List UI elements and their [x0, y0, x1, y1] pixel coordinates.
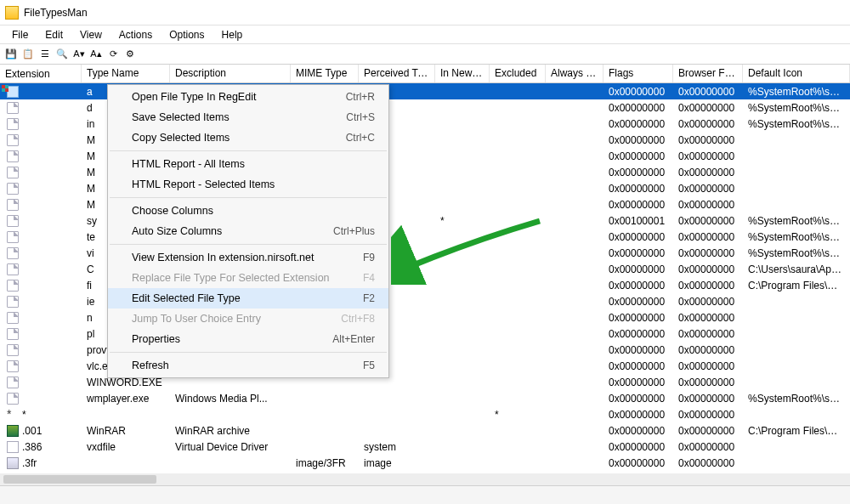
cell-flags: 0x00000000 — [604, 393, 673, 405]
cell-typename: WinRAR — [82, 425, 170, 437]
cell-perceived: system — [359, 441, 435, 453]
menu-item-shortcut: Alt+Enter — [332, 333, 375, 345]
menu-item-label: HTML Report - Selected Items — [132, 178, 275, 190]
menu-item-label: Copy Selected Items — [132, 132, 230, 144]
cell-browserflags: 0x00000000 — [673, 134, 743, 146]
refresh-icon[interactable]: ⟳ — [105, 47, 121, 62]
menu-item-shortcut: F9 — [363, 252, 375, 263]
menu-help[interactable]: Help — [213, 26, 252, 43]
menu-separator — [110, 352, 387, 353]
menu-item[interactable]: Open File Type In RegEditCtrl+R — [108, 87, 388, 107]
cell-browserflags: 0x00000000 — [673, 86, 743, 98]
menu-item[interactable]: Auto Size ColumnsCtrl+Plus — [108, 221, 388, 241]
column-headers[interactable]: Extension Type Name Description MIME Typ… — [0, 65, 850, 83]
row-icon — [7, 296, 19, 308]
menu-item[interactable]: HTML Report - All Items — [108, 154, 388, 174]
cell-browserflags: 0x00000000 — [673, 393, 743, 405]
cell-flags: 0x00000000 — [604, 312, 673, 324]
cell-typename: wmplayer.exe — [82, 393, 170, 405]
menu-separator — [110, 244, 387, 245]
settings-icon[interactable]: ⚙ — [122, 47, 138, 62]
cell-browserflags: 0x00000000 — [673, 263, 743, 275]
col-flags[interactable]: Flags — [604, 65, 673, 82]
sort-desc-icon[interactable]: A▴ — [88, 47, 104, 62]
table-row[interactable]: **0x000000000x00000000 — [0, 406, 850, 422]
sort-asc-icon[interactable]: A▾ — [71, 47, 87, 62]
cell-defaulticon: %SystemRoot%\system32\ — [743, 102, 850, 114]
menu-item-shortcut: Ctrl+C — [346, 132, 375, 144]
col-typename[interactable]: Type Name — [82, 65, 170, 82]
menu-item[interactable]: RefreshF5 — [108, 355, 388, 376]
cell-flags: 0x00000000 — [604, 457, 673, 469]
cell-browserflags: 0x00000000 — [673, 247, 743, 259]
col-mimetype[interactable]: MIME Type — [291, 65, 359, 82]
menu-item-label: Auto Size Columns — [132, 225, 222, 237]
menu-item[interactable]: View Extension In extension.nirsoft.netF… — [108, 247, 388, 268]
menu-item-label: Properties — [132, 333, 180, 345]
copy-icon[interactable]: 📋 — [20, 47, 36, 62]
menu-item-shortcut: F4 — [363, 272, 375, 284]
cell-mimetype: image/3FR — [291, 457, 359, 469]
col-description[interactable]: Description — [170, 65, 291, 82]
toolbar: 💾 📋 ☰ 🔍 A▾ A▴ ⟳ ⚙ — [0, 44, 850, 65]
menu-item[interactable]: Copy Selected ItemsCtrl+C — [108, 127, 388, 148]
table-row[interactable]: wmplayer.exeWindows Media Pl...0x0000000… — [0, 390, 850, 406]
cell-ext: .386 — [22, 441, 42, 453]
menu-item-shortcut: Ctrl+S — [346, 111, 375, 123]
row-icon — [7, 199, 19, 211]
menu-item-label: Save Selected Items — [132, 111, 230, 123]
cell-ext: * — [22, 409, 26, 421]
col-innewmenu[interactable]: In New M... — [435, 65, 490, 82]
row-icon — [7, 441, 19, 453]
menu-actions[interactable]: Actions — [110, 26, 161, 43]
menubar[interactable]: File Edit View Actions Options Help — [0, 25, 850, 44]
props-icon[interactable]: ☰ — [37, 47, 53, 62]
menu-item: Replace File Type For Selected Extension… — [108, 268, 388, 288]
context-menu[interactable]: Open File Type In RegEditCtrl+RSave Sele… — [107, 84, 389, 378]
col-browserflags[interactable]: Browser Fla... — [673, 65, 743, 82]
cell-defaulticon: C:\Users\saura\AppData\Lo — [743, 263, 850, 275]
menu-file[interactable]: File — [3, 26, 37, 43]
col-defaulticon[interactable]: Default Icon — [743, 65, 850, 82]
col-extension[interactable]: Extension — [0, 65, 82, 82]
cell-perceived: image — [359, 457, 435, 469]
menu-item-shortcut: F5 — [363, 360, 375, 371]
menu-item[interactable]: HTML Report - Selected Items — [108, 174, 388, 195]
cell-ext: .001 — [22, 425, 42, 437]
menu-item: Jump To User Choice EntryCtrl+F8 — [108, 309, 388, 329]
menu-separator — [110, 197, 387, 198]
cell-flags: 0x00000000 — [604, 328, 673, 340]
menu-item-shortcut: Ctrl+F8 — [341, 313, 375, 325]
menu-item-shortcut: Ctrl+R — [346, 91, 375, 103]
table-row[interactable]: .001WinRARWinRAR archive0x000000000x0000… — [0, 422, 850, 439]
cell-defaulticon: %SystemRoot%\system32\ — [743, 118, 850, 130]
table-row[interactable]: .3frimage/3FRimage0x000000000x00000000 — [0, 455, 850, 471]
cell-browserflags: 0x00000000 — [673, 377, 743, 388]
menu-item[interactable]: PropertiesAlt+Enter — [108, 329, 388, 349]
col-perceived[interactable]: Perceived Type — [359, 65, 435, 82]
col-excluded[interactable]: Excluded — [490, 65, 546, 82]
row-icon — [7, 183, 19, 195]
menu-options[interactable]: Options — [161, 26, 212, 43]
menu-item[interactable]: Choose Columns — [108, 201, 388, 221]
find-icon[interactable]: 🔍 — [54, 47, 70, 62]
menu-item[interactable]: Edit Selected File TypeF2 — [108, 288, 388, 309]
menu-view[interactable]: View — [71, 26, 110, 43]
scroll-thumb[interactable] — [3, 475, 156, 484]
col-alwaysshow[interactable]: Always Sh... — [546, 65, 604, 82]
menu-item-shortcut: Ctrl+Plus — [333, 225, 375, 237]
cell-innewmenu: * — [435, 215, 490, 227]
horizontal-scrollbar[interactable] — [0, 473, 850, 485]
save-icon[interactable]: 💾 — [3, 47, 19, 62]
row-icon — [7, 328, 19, 340]
cell-excluded: * — [490, 409, 546, 421]
cell-browserflags: 0x00000000 — [673, 102, 743, 114]
cell-browserflags: 0x00000000 — [673, 215, 743, 227]
menu-item-label: Replace File Type For Selected Extension — [132, 272, 330, 284]
menu-item[interactable]: Save Selected ItemsCtrl+S — [108, 107, 388, 127]
cell-browserflags: 0x00000000 — [673, 150, 743, 162]
row-icon — [7, 102, 19, 114]
menu-edit[interactable]: Edit — [37, 26, 71, 43]
table-row[interactable]: .386vxdfileVirtual Device Driversystem0x… — [0, 439, 850, 455]
menu-item-label: Open File Type In RegEdit — [132, 91, 256, 103]
